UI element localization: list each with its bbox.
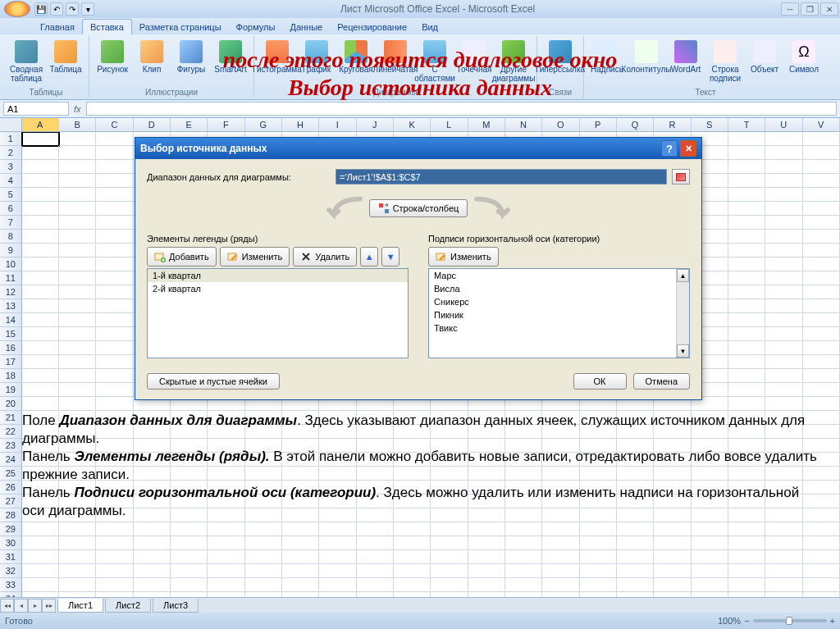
qat-undo-icon[interactable]: ↶ <box>50 2 63 16</box>
cell[interactable] <box>803 536 840 550</box>
row-header[interactable]: 2 <box>0 146 22 160</box>
cell[interactable] <box>319 550 356 564</box>
cell[interactable] <box>59 146 96 160</box>
restore-button[interactable]: ❐ <box>801 2 819 16</box>
cell[interactable] <box>765 202 802 216</box>
column-header[interactable]: S <box>692 118 728 131</box>
cell[interactable] <box>765 327 802 341</box>
cell[interactable] <box>357 578 394 592</box>
cell[interactable] <box>96 327 133 341</box>
row-header[interactable]: 4 <box>0 174 22 188</box>
cell[interactable] <box>96 313 133 327</box>
cell[interactable] <box>96 188 133 202</box>
scrollbar[interactable]: ▲ ▼ <box>676 269 689 358</box>
move-down-button[interactable]: ▼ <box>381 247 399 267</box>
cell[interactable] <box>505 550 542 564</box>
cell[interactable] <box>59 258 96 271</box>
row-header[interactable]: 22 <box>0 425 22 439</box>
name-box[interactable]: A1 <box>3 102 69 116</box>
zoom-out-button[interactable]: − <box>744 616 749 626</box>
cell[interactable] <box>134 564 171 578</box>
column-header[interactable]: H <box>282 118 319 131</box>
cell[interactable] <box>171 564 208 578</box>
cell[interactable] <box>468 564 505 578</box>
cell[interactable] <box>208 564 244 578</box>
tab-nav-first[interactable]: ◂◂ <box>0 599 14 613</box>
row-header[interactable]: 30 <box>0 536 22 550</box>
cell[interactable] <box>22 271 59 285</box>
cell[interactable] <box>96 132 133 146</box>
cell[interactable] <box>171 522 208 536</box>
tab-nav-next[interactable]: ▸ <box>28 599 42 613</box>
pie-chart-button[interactable]: Круговая <box>338 39 374 75</box>
cell[interactable] <box>765 299 802 313</box>
cell[interactable] <box>22 564 59 578</box>
cell[interactable] <box>394 564 431 578</box>
cell[interactable] <box>803 244 840 258</box>
cell[interactable] <box>22 327 59 341</box>
list-item[interactable]: Висла <box>429 282 689 295</box>
cell[interactable] <box>765 271 802 285</box>
cell[interactable] <box>468 578 505 592</box>
cell[interactable] <box>96 397 133 411</box>
tab-review[interactable]: Рецензирование <box>330 20 414 34</box>
bar-chart-button[interactable]: Линейчатая <box>377 39 413 75</box>
picture-button[interactable]: Рисунок <box>94 39 130 75</box>
cell[interactable] <box>96 216 133 230</box>
cell[interactable] <box>319 522 356 536</box>
cell[interactable] <box>803 550 840 564</box>
cell[interactable] <box>96 160 133 174</box>
cell[interactable] <box>134 578 171 592</box>
cell[interactable] <box>765 216 802 230</box>
cell[interactable] <box>765 160 802 174</box>
ok-button[interactable]: ОК <box>573 373 627 390</box>
cell[interactable] <box>803 132 840 146</box>
column-header[interactable]: Q <box>617 118 654 131</box>
cell[interactable] <box>59 564 96 578</box>
cell[interactable] <box>208 550 244 564</box>
tab-formulas[interactable]: Формулы <box>229 20 283 34</box>
cell[interactable] <box>59 188 96 202</box>
cell[interactable] <box>59 369 96 383</box>
row-header[interactable]: 15 <box>0 327 22 341</box>
cell[interactable] <box>765 174 802 188</box>
tab-page-layout[interactable]: Разметка страницы <box>132 20 229 34</box>
cell[interactable] <box>431 536 468 550</box>
cell[interactable] <box>468 522 505 536</box>
cell[interactable] <box>22 397 59 411</box>
cell[interactable] <box>96 383 133 397</box>
cell[interactable] <box>22 578 59 592</box>
range-input[interactable]: ='Лист1'!$A$1:$C$7 <box>336 169 667 185</box>
column-header[interactable]: U <box>765 118 802 131</box>
clipart-button[interactable]: Клип <box>134 39 170 75</box>
cell[interactable] <box>803 188 840 202</box>
cell[interactable] <box>765 522 802 536</box>
edit-series-button[interactable]: Изменить <box>220 247 290 267</box>
cell[interactable] <box>59 132 96 146</box>
cell[interactable] <box>765 313 802 327</box>
cell[interactable] <box>59 299 96 313</box>
cell[interactable] <box>728 383 765 397</box>
cell[interactable] <box>96 369 133 383</box>
cell[interactable] <box>803 313 840 327</box>
cell[interactable] <box>803 341 840 355</box>
cell[interactable] <box>59 522 96 536</box>
cell[interactable] <box>728 258 765 271</box>
row-header[interactable]: 14 <box>0 313 22 327</box>
row-header[interactable]: 10 <box>0 258 22 271</box>
row-header[interactable]: 8 <box>0 230 22 244</box>
column-header[interactable]: R <box>654 118 691 131</box>
cell[interactable] <box>692 564 728 578</box>
cell[interactable] <box>22 160 59 174</box>
cell[interactable] <box>803 202 840 216</box>
cell[interactable] <box>245 578 282 592</box>
row-header[interactable]: 1 <box>0 132 22 146</box>
cell[interactable] <box>765 132 802 146</box>
cell[interactable] <box>765 230 802 244</box>
cell[interactable] <box>542 536 579 550</box>
cell[interactable] <box>22 550 59 564</box>
cell[interactable] <box>728 522 765 536</box>
office-button[interactable] <box>4 1 30 17</box>
cell[interactable] <box>765 341 802 355</box>
cell[interactable] <box>208 522 244 536</box>
